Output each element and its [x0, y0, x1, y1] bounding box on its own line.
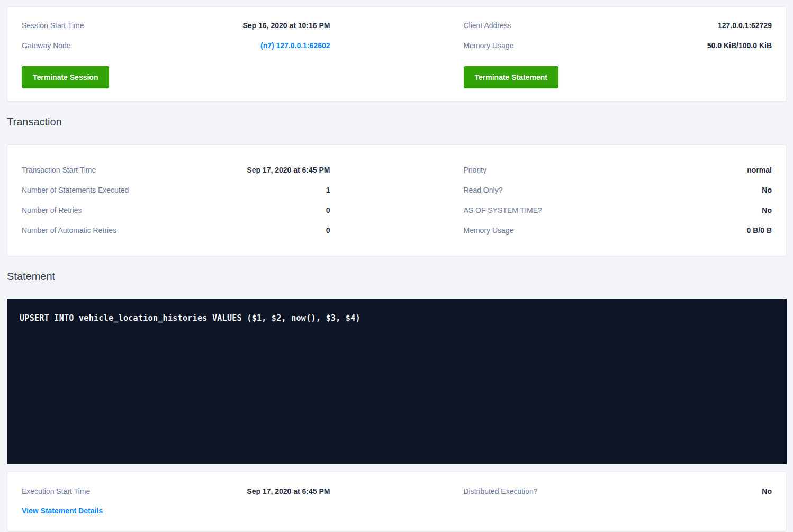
row-client-address: Client Address 127.0.0.1:62729 [464, 15, 772, 35]
row-as-of-system-time: AS OF SYSTEM TIME? No [464, 200, 772, 220]
row-number-of-retries: Number of Retries 0 [22, 200, 330, 220]
row-view-statement-details: View Statement Details [22, 501, 330, 520]
statements-executed-value: 1 [326, 186, 330, 194]
transaction-memory-usage-value: 0 B/0 B [747, 226, 772, 235]
row-session-start-time: Session Start Time Sep 16, 2020 at 10:16… [22, 15, 330, 35]
session-start-time-label: Session Start Time [22, 21, 84, 30]
transaction-heading: Transaction [7, 114, 787, 129]
row-transaction-start-time: Transaction Start Time Sep 17, 2020 at 6… [22, 160, 330, 180]
session-start-time-value: Sep 16, 2020 at 10:16 PM [243, 21, 330, 30]
statement-execution-card: Execution Start Time Sep 17, 2020 at 6:4… [7, 471, 787, 531]
transaction-memory-usage-label: Memory Usage [464, 226, 514, 235]
client-address-label: Client Address [464, 21, 511, 30]
gateway-node-label: Gateway Node [22, 41, 71, 50]
gateway-node-link[interactable]: (n7) 127.0.0.1:62602 [260, 41, 330, 50]
row-read-only: Read Only? No [464, 180, 772, 200]
execution-left-column: Execution Start Time Sep 17, 2020 at 6:4… [22, 481, 330, 520]
priority-value: normal [747, 166, 772, 174]
distributed-execution-value: No [762, 487, 772, 495]
number-of-retries-value: 0 [326, 206, 330, 214]
row-distributed-execution: Distributed Execution? No [464, 481, 772, 501]
execution-start-time-label: Execution Start Time [22, 487, 90, 495]
session-summary-card: Session Start Time Sep 16, 2020 at 10:16… [7, 6, 787, 102]
transaction-start-time-value: Sep 17, 2020 at 6:45 PM [247, 166, 330, 174]
transaction-start-time-label: Transaction Start Time [22, 166, 96, 174]
view-statement-details-link[interactable]: View Statement Details [22, 507, 103, 515]
statement-sql-box: UPSERT INTO vehicle_location_histories V… [7, 299, 787, 464]
row-execution-start-time: Execution Start Time Sep 17, 2020 at 6:4… [22, 481, 330, 501]
session-details-page: Session Start Time Sep 16, 2020 at 10:16… [0, 0, 793, 531]
as-of-system-time-value: No [762, 206, 772, 214]
transaction-left-column: Transaction Start Time Sep 17, 2020 at 6… [22, 160, 330, 240]
execution-start-time-value: Sep 17, 2020 at 6:45 PM [247, 487, 330, 495]
session-summary-left-column: Session Start Time Sep 16, 2020 at 10:16… [22, 15, 330, 88]
row-automatic-retries: Number of Automatic Retries 0 [22, 220, 330, 240]
client-address-value: 127.0.0.1:62729 [718, 21, 772, 30]
priority-label: Priority [464, 166, 487, 174]
statement-sql-text: UPSERT INTO vehicle_location_histories V… [20, 313, 774, 323]
row-statements-executed: Number of Statements Executed 1 [22, 180, 330, 200]
number-of-retries-label: Number of Retries [22, 206, 82, 214]
transaction-card: Transaction Start Time Sep 17, 2020 at 6… [7, 144, 787, 256]
session-summary-right-column: Client Address 127.0.0.1:62729 Memory Us… [464, 15, 772, 88]
row-gateway-node: Gateway Node (n7) 127.0.0.1:62602 [22, 35, 330, 56]
session-memory-usage-label: Memory Usage [464, 41, 514, 50]
terminate-session-button[interactable]: Terminate Session [22, 66, 109, 88]
row-session-memory-usage: Memory Usage 50.0 KiB/100.0 KiB [464, 35, 772, 56]
row-transaction-memory-usage: Memory Usage 0 B/0 B [464, 220, 772, 240]
row-priority: Priority normal [464, 160, 772, 180]
read-only-label: Read Only? [464, 186, 503, 194]
execution-right-column: Distributed Execution? No [464, 481, 772, 520]
statement-heading: Statement [7, 269, 787, 284]
automatic-retries-label: Number of Automatic Retries [22, 226, 116, 235]
statements-executed-label: Number of Statements Executed [22, 186, 129, 194]
session-memory-usage-value: 50.0 KiB/100.0 KiB [707, 41, 772, 50]
distributed-execution-label: Distributed Execution? [464, 487, 538, 495]
terminate-statement-button[interactable]: Terminate Statement [464, 66, 558, 88]
read-only-value: No [762, 186, 772, 194]
transaction-right-column: Priority normal Read Only? No AS OF SYST… [464, 160, 772, 240]
as-of-system-time-label: AS OF SYSTEM TIME? [464, 206, 542, 214]
automatic-retries-value: 0 [326, 226, 330, 235]
